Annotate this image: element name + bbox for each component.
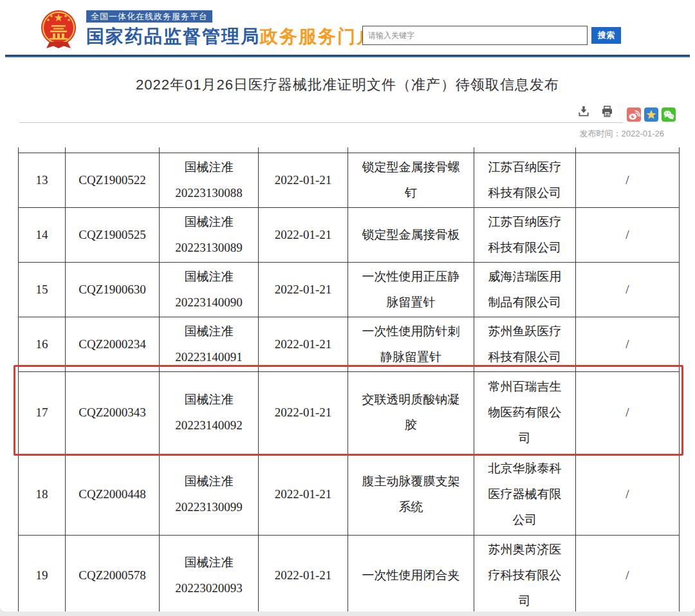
cell-acceptance-no: CQZ1900525 [66, 207, 160, 262]
cert-number: 20223140091 [162, 344, 255, 370]
cell-remark: / [576, 317, 680, 371]
portal-name: 政务服务门户 [260, 26, 376, 46]
publish-time: 发布时间：2022-01-26 [0, 128, 664, 140]
download-icon[interactable] [577, 105, 590, 118]
cell-serial-no: 18 [19, 454, 66, 535]
cell-registration-cert: 国械注准 20223140091 [160, 317, 259, 371]
cell-product-name: 一次性使用闭合夹 [348, 535, 474, 611]
national-emblem-icon [40, 9, 77, 50]
header-divider-bar [5, 55, 690, 57]
cell-product-name: 锁定型金属接骨螺钉 [348, 153, 474, 207]
table-row: 18 CQZ2000448 国械注准 20223130099 2022-01-2… [19, 454, 680, 535]
table-row: 16 CQZ2000234 国械注准 20223140091 2022-01-2… [19, 317, 680, 371]
cell-registration-cert: 国械注准 20223140090 [160, 262, 259, 317]
cell-approval-date: 2022-01-21 [259, 454, 348, 535]
cell-approval-date: 2022-01-21 [259, 371, 348, 454]
cell-remark: / [576, 262, 680, 317]
wechat-share-icon[interactable] [662, 107, 676, 122]
table-row: 15 CQZ1900630 国械注准 20223140090 2022-01-2… [19, 262, 680, 317]
cell-remark: / [576, 371, 680, 454]
table-row: 19 CQZ2000578 国械注准 20223020093 2022-01-2… [19, 535, 680, 611]
cell-registration-cert: 国械注准 20223020093 [160, 535, 259, 611]
cert-prefix: 国械注准 [162, 264, 255, 290]
cert-number: 20223140092 [162, 413, 255, 438]
cell-approval-date: 2022-01-21 [259, 535, 348, 611]
cell-remark: / [576, 454, 680, 535]
cell-serial-no: 14 [19, 207, 66, 262]
cell-company: 北京华脉泰科医疗器械有限公司 [474, 454, 576, 535]
approval-table-wrap: 13 CQZ1900522 国械注准 20223130088 2022-01-2… [18, 147, 679, 611]
site-brand: 全国一体化在线政务服务平台 国家药品监督管理局政务服务门户 [86, 9, 376, 49]
cert-number: 20223140090 [162, 290, 255, 315]
cell-acceptance-no: CQZ2000578 [66, 535, 160, 611]
agency-name: 国家药品监督管理局 [86, 26, 260, 46]
qzone-share-icon[interactable] [644, 107, 658, 122]
partial-row-top [19, 147, 680, 153]
site-header: 全国一体化在线政务服务平台 国家药品监督管理局政务服务门户 搜索 [0, 0, 695, 55]
cell-company: 苏州奥芮济医疗科技有限公司 [474, 535, 576, 611]
print-icon[interactable] [600, 105, 614, 118]
cell-registration-cert: 国械注准 20223130089 [160, 207, 259, 262]
cell-remark: / [576, 535, 680, 611]
table-row: 13 CQZ1900522 国械注准 20223130088 2022-01-2… [19, 153, 680, 207]
cell-approval-date: 2022-01-21 [259, 153, 348, 207]
cell-approval-date: 2022-01-21 [259, 207, 348, 262]
cell-acceptance-no: CQZ1900522 [66, 153, 160, 207]
cell-serial-no: 16 [19, 317, 66, 371]
cert-prefix: 国械注准 [162, 550, 255, 575]
cell-registration-cert: 国械注准 20223140092 [160, 371, 259, 454]
cell-company: 江苏百纳医疗科技有限公司 [474, 207, 576, 262]
cell-product-name: 交联透明质酸钠凝胶 [348, 371, 474, 454]
cell-product-name: 一次性使用防针刺静脉留置针 [348, 317, 474, 371]
search-area: 搜索 [362, 26, 621, 45]
cell-company: 江苏百纳医疗科技有限公司 [474, 153, 576, 207]
table-row: 14 CQZ1900525 国械注准 20223130089 2022-01-2… [19, 207, 680, 262]
share-icons [627, 107, 676, 123]
cell-acceptance-no: CQZ2000234 [66, 317, 160, 371]
cell-acceptance-no: CQZ2000448 [66, 454, 160, 535]
cert-prefix: 国械注准 [162, 387, 255, 413]
cell-product-name: 腹主动脉覆膜支架系统 [348, 454, 474, 535]
cert-number: 20223020093 [162, 575, 255, 601]
platform-badge: 全国一体化在线政务服务平台 [86, 10, 212, 23]
weibo-share-icon[interactable] [627, 107, 641, 122]
cell-remark: / [576, 207, 680, 262]
cert-number: 20223130089 [162, 235, 255, 261]
cell-company: 常州百瑞吉生物医药有限公司 [474, 371, 576, 454]
cell-registration-cert: 国械注准 20223130088 [160, 153, 259, 207]
site-title: 国家药品监督管理局政务服务门户 [86, 24, 376, 49]
cell-company: 威海洁瑞医用制品有限公司 [474, 262, 576, 317]
cell-product-name: 锁定型金属接骨板 [348, 207, 474, 262]
cell-serial-no: 13 [19, 153, 66, 207]
cell-serial-no: 19 [19, 535, 66, 611]
table-row-highlighted: 17 CQZ2000343 国械注准 20223140092 2022-01-2… [19, 371, 680, 454]
page-title: 2022年01月26日医疗器械批准证明文件（准产）待领取信息发布 [0, 75, 695, 95]
page-card: 全国一体化在线政务服务平台 国家药品监督管理局政务服务门户 搜索 2022年01… [0, 0, 695, 611]
cell-acceptance-no: CQZ2000343 [66, 371, 160, 454]
cert-prefix: 国械注准 [162, 154, 255, 180]
toolbar-rule [19, 105, 623, 123]
cell-approval-date: 2022-01-21 [259, 262, 348, 317]
cell-registration-cert: 国械注准 20223130099 [160, 454, 259, 535]
cell-acceptance-no: CQZ1900630 [66, 262, 160, 317]
cell-company: 苏州鱼跃医疗科技有限公司 [474, 317, 576, 371]
cell-serial-no: 15 [19, 262, 66, 317]
search-button[interactable]: 搜索 [591, 27, 621, 44]
cell-serial-no: 17 [19, 371, 66, 454]
cert-prefix: 国械注准 [162, 319, 255, 344]
approval-table: 13 CQZ1900522 国械注准 20223130088 2022-01-2… [18, 147, 680, 611]
cert-number: 20223130099 [162, 494, 255, 520]
cell-product-name: 一次性使用正压静脉留置针 [348, 262, 474, 317]
cell-approval-date: 2022-01-21 [259, 317, 348, 371]
cell-remark: / [576, 153, 680, 207]
cert-number: 20223130088 [162, 180, 255, 206]
toolbar-row [19, 105, 676, 123]
search-input[interactable] [362, 26, 588, 45]
cert-prefix: 国械注准 [162, 209, 255, 235]
cert-prefix: 国械注准 [162, 469, 255, 494]
